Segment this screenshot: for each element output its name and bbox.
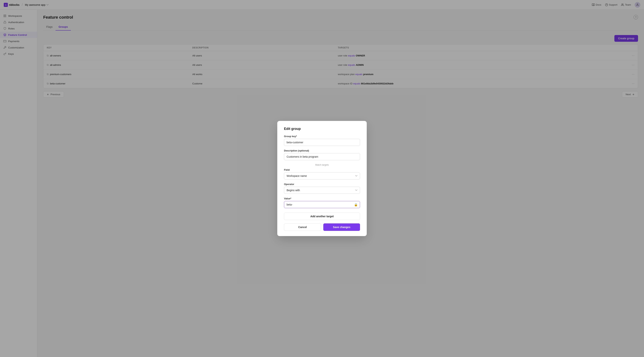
value-input-wrap: 🔒 [284, 201, 360, 208]
description-input[interactable] [284, 153, 360, 160]
lock-circle-icon: 🔒 [354, 203, 358, 206]
value-label: Value* [284, 197, 360, 200]
group-key-field: Group key* [284, 135, 360, 146]
save-changes-button[interactable]: Save changes [323, 224, 360, 231]
modal-footer: Cancel Save changes [284, 224, 360, 231]
operator-group: Operator Begins with Equals Contains End… [284, 183, 360, 194]
group-key-label: Group key* [284, 135, 360, 138]
edit-group-modal: Edit group Group key* Description (optio… [277, 121, 367, 236]
field-group: Field Workspace name User role Workspace… [284, 168, 360, 180]
match-targets-label: Match targets [284, 164, 360, 166]
value-group: Value* 🔒 [284, 197, 360, 208]
description-field: Description (optional) [284, 149, 360, 160]
modal-overlay: Edit group Group key* Description (optio… [0, 0, 644, 357]
field-label: Field [284, 168, 360, 171]
modal-title: Edit group [284, 127, 360, 131]
cancel-button[interactable]: Cancel [284, 224, 321, 231]
operator-select[interactable]: Begins with Equals Contains Ends with [284, 187, 360, 194]
value-input[interactable] [284, 201, 360, 208]
operator-label: Operator [284, 183, 360, 186]
field-select[interactable]: Workspace name User role Workspace plan … [284, 172, 360, 180]
group-key-input[interactable] [284, 139, 360, 146]
description-label: Description (optional) [284, 149, 360, 152]
add-target-button[interactable]: Add another target [284, 212, 360, 220]
